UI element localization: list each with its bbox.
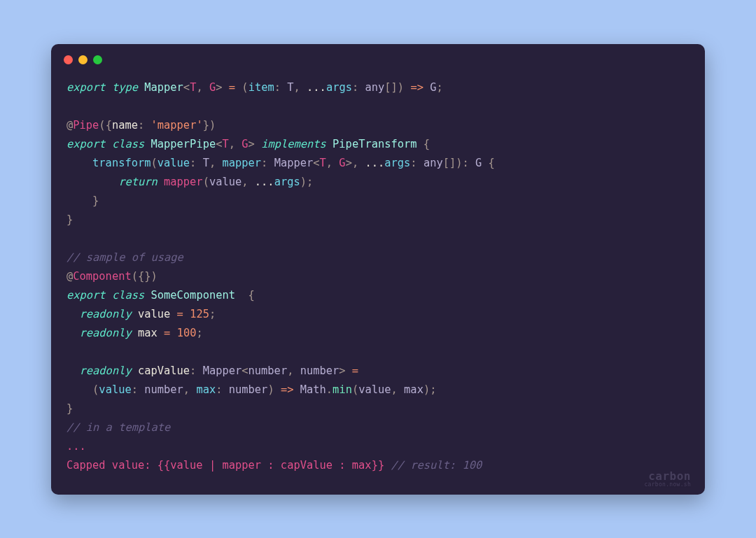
param-item: item (248, 81, 274, 94)
decorator-component: Component (73, 270, 131, 283)
prop-max: max (138, 327, 158, 339)
string-mapper: 'mapper' (151, 119, 203, 132)
ellipsis: ... (66, 440, 86, 453)
number-100: 100 (177, 327, 197, 339)
keyword-type: type (112, 81, 138, 94)
label-capped: Capped value: (66, 459, 158, 472)
class-mapperpipe: MapperPipe (151, 138, 216, 150)
window-titlebar (51, 44, 705, 69)
close-icon[interactable] (64, 55, 73, 64)
watermark: carbon carbon.now.sh (644, 469, 691, 488)
code-window: export type Mapper<T, G> = (item: T, ...… (51, 44, 705, 495)
prop-name: name (112, 119, 138, 132)
number-125: 125 (190, 308, 209, 320)
minimize-icon[interactable] (78, 55, 88, 64)
decorator-pipe: Pipe (73, 119, 99, 132)
keyword-export: export (66, 81, 106, 94)
method-transform: transform (92, 157, 150, 169)
comment-usage: // sample of usage (66, 251, 183, 264)
comment-template: // in a template (66, 421, 170, 434)
class-somecomponent: SomeComponent (151, 289, 235, 302)
method-min: min (332, 383, 352, 396)
generic-g: G (209, 81, 216, 94)
type-mapper: Mapper (144, 81, 183, 94)
maximize-icon[interactable] (93, 55, 102, 64)
watermark-url: carbon.now.sh (644, 481, 691, 488)
interface-pipetransform: PipeTransform (332, 138, 416, 150)
param-args: args (326, 81, 352, 94)
comment-result: // result: 100 (391, 459, 482, 472)
call-mapper: mapper (164, 176, 203, 188)
prop-value: value (138, 308, 170, 320)
code-block: export type Mapper<T, G> = (item: T, ...… (51, 69, 705, 495)
prop-capvalue: capValue (138, 364, 190, 377)
